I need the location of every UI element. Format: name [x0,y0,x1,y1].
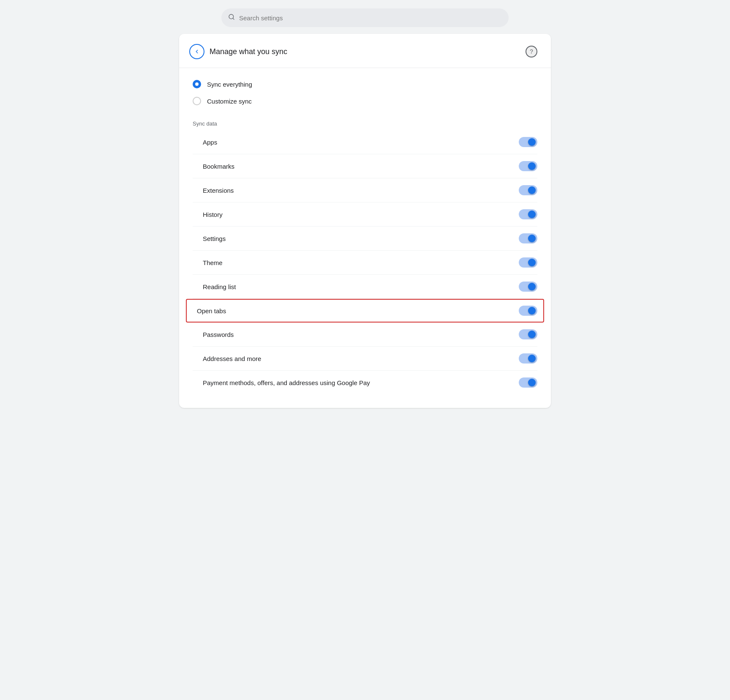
sync-item-passwords: Passwords [193,323,537,347]
svg-line-1 [233,18,234,19]
sync-item-label-passwords: Passwords [203,331,234,338]
toggle-thumb-addresses [528,355,536,362]
sync-item-history: History [193,202,537,227]
radio-group: Sync everything Customize sync [193,80,537,105]
toggle-history[interactable] [519,209,537,219]
sync-item-label-theme: Theme [203,259,223,266]
radio-label-customize-sync: Customize sync [207,98,252,105]
toggle-thumb-open-tabs [528,307,536,314]
toggle-reading-list[interactable] [519,282,537,292]
help-button[interactable]: ? [526,46,537,57]
panel-content: Sync everything Customize sync Sync data… [179,68,551,394]
sync-item-settings: Settings [193,227,537,251]
sync-items-list: Apps Bookmarks [193,130,537,394]
radio-customize-sync[interactable]: Customize sync [193,97,537,105]
back-button[interactable] [189,44,204,59]
panel-header: Manage what you sync ? [179,34,551,68]
sync-data-section: Sync data Apps Bookmarks [193,120,537,394]
search-icon [228,14,235,22]
sync-item-label-addresses: Addresses and more [203,355,261,362]
toggle-thumb-extensions [528,186,536,194]
toggle-open-tabs[interactable] [519,306,537,316]
sync-item-label-history: History [203,211,223,218]
sync-item-addresses: Addresses and more [193,347,537,371]
main-panel: Manage what you sync ? Sync everything C… [179,34,551,408]
header-left: Manage what you sync [189,44,287,59]
sync-item-extensions: Extensions [193,178,537,202]
toggle-thumb-apps [528,138,536,146]
toggle-settings[interactable] [519,233,537,243]
toggle-thumb-history [528,211,536,218]
sync-item-apps: Apps [193,130,537,154]
sync-item-payment: Payment methods, offers, and addresses u… [193,371,537,394]
page-wrapper: Manage what you sync ? Sync everything C… [127,0,603,408]
toggle-thumb-settings [528,235,536,242]
sync-item-theme: Theme [193,251,537,275]
toggle-thumb-reading-list [528,283,536,290]
search-bar [221,8,509,27]
search-bar-container [127,0,603,34]
toggle-theme[interactable] [519,257,537,268]
sync-item-label-payment: Payment methods, offers, and addresses u… [203,379,370,386]
sync-item-reading-list: Reading list [193,275,537,299]
sync-item-open-tabs: Open tabs [186,299,544,323]
sync-item-label-settings: Settings [203,235,226,242]
toggle-apps[interactable] [519,137,537,147]
radio-circle-sync-everything [193,80,201,88]
toggle-payment[interactable] [519,377,537,388]
sync-item-label-extensions: Extensions [203,187,234,194]
sync-item-label-apps: Apps [203,139,217,146]
toggle-addresses[interactable] [519,353,537,364]
sync-item-bookmarks: Bookmarks [193,154,537,178]
sync-item-label-open-tabs: Open tabs [197,307,226,314]
toggle-passwords[interactable] [519,329,537,339]
toggle-extensions[interactable] [519,185,537,195]
sync-item-label-reading-list: Reading list [203,283,236,290]
toggle-thumb-bookmarks [528,162,536,170]
toggle-bookmarks[interactable] [519,161,537,171]
sync-item-label-bookmarks: Bookmarks [203,163,234,170]
radio-circle-customize-sync [193,97,201,105]
toggle-thumb-passwords [528,331,536,338]
sync-data-section-label: Sync data [193,120,537,127]
radio-sync-everything[interactable]: Sync everything [193,80,537,88]
radio-label-sync-everything: Sync everything [207,81,252,88]
toggle-thumb-payment [528,379,536,386]
panel-title: Manage what you sync [210,47,287,56]
search-input[interactable] [239,14,502,22]
toggle-thumb-theme [528,259,536,266]
